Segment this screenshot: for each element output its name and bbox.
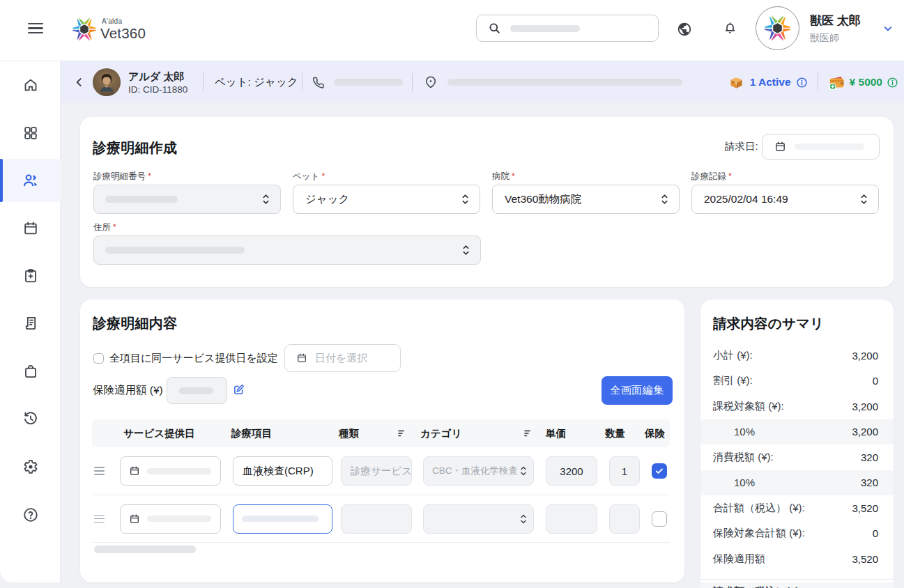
same-date-row: 全項目に同一サービス提供日を設定 <box>93 344 278 372</box>
billing-date-label: 請求日: <box>725 140 758 153</box>
statement-number-select[interactable] <box>93 185 281 214</box>
summary-value: 0 <box>873 375 878 387</box>
search-icon <box>488 22 501 35</box>
pet-select[interactable]: ジャック <box>293 185 480 214</box>
brand-top-label: A'alda <box>102 17 146 25</box>
item-skeleton <box>242 516 319 522</box>
sidebar-item-invoice[interactable] <box>0 302 61 345</box>
active-info-icon[interactable] <box>796 77 808 88</box>
drag-line <box>94 474 105 475</box>
summary-value: 3,520 <box>852 553 878 565</box>
item-type-value: 診療サービス <box>351 465 412 478</box>
fullscreen-edit-button[interactable]: 全画面編集 <box>602 376 673 405</box>
sidebar-item-shop[interactable] <box>0 350 61 393</box>
edit-insurance-icon[interactable] <box>233 384 245 396</box>
unit-price-input[interactable]: 3200 <box>546 456 597 486</box>
profile-text: 獣医 太郎 獣医師 <box>810 14 870 43</box>
language-globe-icon[interactable] <box>677 22 692 37</box>
sort-icon[interactable] <box>397 428 407 438</box>
patient-avatar[interactable] <box>93 68 121 96</box>
phone-icon <box>312 76 325 89</box>
summary-row-tax-breakdown: 10% 3,200 <box>700 419 894 445</box>
summary-value: 3,200 <box>852 350 878 362</box>
item-category-select[interactable]: CBC・血液化学検査 <box>423 456 534 486</box>
patient-id: ID: CID-11880 <box>128 84 187 96</box>
field-label-row: 診療明細番号* <box>93 171 281 181</box>
quantity-input[interactable] <box>609 504 640 534</box>
item-category-select[interactable] <box>423 504 534 534</box>
sidebar-item-medical-record[interactable] <box>0 254 61 297</box>
menu-bar <box>28 32 43 33</box>
required-asterisk: * <box>728 171 732 181</box>
address-select[interactable] <box>93 235 481 265</box>
menu-bar <box>28 23 43 24</box>
billing-date-input[interactable] <box>762 134 880 160</box>
drag-line <box>94 515 105 516</box>
summary-label: 請求額（税込）(¥): <box>713 585 802 588</box>
summary-value: 3,200 <box>852 426 878 438</box>
balance-info-icon[interactable] <box>887 77 898 88</box>
insurance-checkbox-unchecked[interactable] <box>652 511 667 527</box>
user-avatar <box>756 6 799 50</box>
menu-bar <box>28 27 43 29</box>
sidebar-item-settings[interactable] <box>0 445 61 488</box>
service-date-input[interactable] <box>120 456 221 486</box>
sidebar-item-patients[interactable] <box>0 159 61 202</box>
item-name-input-focused[interactable] <box>233 504 332 534</box>
summary-row: 小計 (¥): 3,200 <box>700 343 894 369</box>
summary-row-tax-breakdown: 10% 320 <box>700 470 894 496</box>
brand-logo[interactable]: A'alda Vet360 <box>72 17 146 42</box>
wallet-icon <box>828 75 845 91</box>
insurance-amount-label: 保険適用額 (¥) <box>93 377 163 404</box>
summary-row-total-billed: 請求額（税込）(¥): 3,520 <box>700 582 894 588</box>
phone-skeleton <box>334 79 403 86</box>
user-profile-menu[interactable]: 獣医 太郎 獣医師 <box>756 6 894 50</box>
summary-row: 割引 (¥): 0 <box>700 369 894 394</box>
required-asterisk: * <box>512 171 515 181</box>
sort-icon[interactable] <box>523 428 533 438</box>
item-name-input[interactable]: 血液検査(CRP) <box>233 456 332 486</box>
insurance-amount-input[interactable] <box>167 377 227 404</box>
vet360-flower-icon <box>72 17 96 42</box>
brand-name-label: Vet360 <box>100 25 146 41</box>
divider <box>203 73 204 91</box>
service-date-input[interactable] <box>120 504 221 534</box>
drag-handle-icon[interactable] <box>94 515 105 523</box>
sidebar-item-calendar[interactable] <box>0 207 61 250</box>
item-type-input[interactable]: 診療サービス <box>341 456 412 486</box>
unit-price-input[interactable] <box>546 504 597 534</box>
updown-chevrons-icon <box>519 513 528 525</box>
sidebar-item-history[interactable] <box>0 397 61 440</box>
updown-chevrons-icon <box>660 194 669 206</box>
back-chevron-icon[interactable] <box>73 76 85 88</box>
wallet-balance-label[interactable]: ¥ 5000 <box>850 76 882 88</box>
same-date-checkbox[interactable] <box>93 353 104 364</box>
quantity-input[interactable]: 1 <box>609 456 640 486</box>
billing-form-title: 診療明細作成 <box>93 139 177 157</box>
item-type-input[interactable] <box>341 504 412 534</box>
calendar-icon <box>296 353 307 364</box>
field-label: 住所 <box>93 222 111 232</box>
summary-value: 3,200 <box>852 401 878 412</box>
notification-bell-icon[interactable] <box>723 21 737 36</box>
hospital-select[interactable]: Vet360動物病院 <box>492 185 680 214</box>
sidebar-item-home[interactable] <box>0 63 61 107</box>
medical-record-select[interactable]: 2025/02/04 16:49 <box>691 185 879 214</box>
insurance-checkbox-checked[interactable] <box>652 463 667 479</box>
sidebar-item-apps[interactable] <box>0 111 61 155</box>
patient-address <box>424 61 682 103</box>
drag-handle-icon[interactable] <box>94 467 105 475</box>
brand-text: A'alda Vet360 <box>100 17 146 41</box>
patient-phone <box>312 61 403 103</box>
col-item: 診療項目 <box>231 419 272 447</box>
billing-date-skeleton <box>795 144 864 150</box>
sidebar-item-help[interactable] <box>0 493 61 536</box>
required-asterisk: * <box>148 171 151 181</box>
patient-bar-right-group: 1 Active ¥ 5000 <box>728 61 898 103</box>
active-package-label[interactable]: 1 Active <box>750 76 791 88</box>
search-input[interactable] <box>476 15 659 42</box>
menu-icon[interactable] <box>28 23 43 33</box>
date-picker-button[interactable]: 日付を選択 <box>284 344 401 372</box>
col-price: 単価 <box>546 419 566 447</box>
updown-chevrons-icon <box>261 194 270 206</box>
